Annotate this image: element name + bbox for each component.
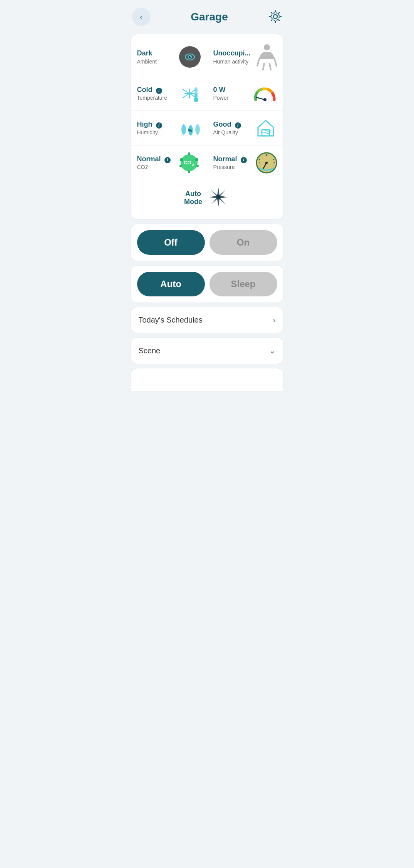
svg-line-7 xyxy=(257,58,260,66)
temp-icon-wrap xyxy=(178,82,201,105)
pressure-icon-wrap xyxy=(256,152,277,174)
back-button[interactable]: ‹ xyxy=(132,8,151,26)
humidity-icon-wrap: % xyxy=(178,117,201,140)
humidity-label: High i xyxy=(137,120,162,129)
sensor-power[interactable]: 0 W Power xyxy=(207,76,283,111)
page-title: Garage xyxy=(191,11,228,23)
pressure-info-icon[interactable]: i xyxy=(241,157,247,163)
svg-point-31 xyxy=(180,158,183,161)
sensor-human[interactable]: Unoccupi... Human activity xyxy=(207,38,283,76)
svg-point-5 xyxy=(190,56,191,57)
svg-point-18 xyxy=(189,97,190,99)
co2-info-icon[interactable]: i xyxy=(164,157,171,163)
ambient-icon-wrap xyxy=(179,46,201,68)
svg-line-8 xyxy=(274,58,277,66)
header: ‹ Garage xyxy=(124,0,290,30)
auto-mode-icon-wrap xyxy=(207,186,230,210)
svg-text:2: 2 xyxy=(192,163,194,167)
auto-mode-label: Auto xyxy=(184,190,202,198)
power-off-button[interactable]: Off xyxy=(137,230,205,255)
sensor-ambient[interactable]: Dark Ambient xyxy=(131,38,207,76)
air-quality-icon xyxy=(254,117,277,140)
scene-card[interactable]: Scene ⌄ xyxy=(131,337,284,364)
sensor-co2[interactable]: Normal i CO2 CO 2 xyxy=(131,146,207,180)
svg-point-32 xyxy=(195,158,198,161)
svg-point-17 xyxy=(189,89,190,90)
svg-point-15 xyxy=(184,93,186,94)
pressure-sub: Pressure xyxy=(213,164,247,170)
scene-label: Scene xyxy=(139,346,161,355)
power-on-button[interactable]: On xyxy=(210,230,277,255)
auto-mode-button[interactable]: Auto xyxy=(137,272,205,296)
schedules-card[interactable]: Today's Schedules › xyxy=(131,307,284,333)
auto-mode-icon xyxy=(207,186,230,209)
power-label: 0 W xyxy=(213,86,229,94)
mode-toggle-card: Auto Sleep xyxy=(131,265,284,303)
humidity-sub: Humidity xyxy=(137,129,162,135)
bottom-partial-card xyxy=(131,368,284,391)
sensor-pressure[interactable]: Normal i Pressure xyxy=(207,146,283,180)
schedules-arrow-icon: › xyxy=(273,316,276,324)
svg-point-16 xyxy=(193,93,194,94)
power-sub: Power xyxy=(213,95,229,101)
svg-point-6 xyxy=(264,44,270,50)
human-icon-wrap xyxy=(256,43,277,70)
svg-point-21 xyxy=(183,97,184,98)
ambient-label: Dark xyxy=(137,49,157,58)
power-toggle-card: Off On xyxy=(131,224,284,261)
sleep-mode-button[interactable]: Sleep xyxy=(210,272,277,296)
humidity-icon: % xyxy=(178,117,201,140)
temp-label: Cold i xyxy=(137,86,168,94)
sensor-card: Dark Ambient Unoccupi... Human activity xyxy=(131,34,284,220)
svg-rect-25 xyxy=(195,94,197,100)
human-sub: Human activity xyxy=(213,59,251,65)
power-gauge-icon xyxy=(253,86,277,101)
co2-sub: CO2 xyxy=(137,164,171,170)
sensor-humidity[interactable]: High i Humidity % xyxy=(131,111,207,146)
scene-chevron-icon: ⌄ xyxy=(269,346,276,355)
human-label: Unoccupi... xyxy=(213,49,251,58)
co2-label: Normal i xyxy=(137,155,171,164)
schedules-label: Today's Schedules xyxy=(139,316,203,324)
svg-point-19 xyxy=(183,89,184,90)
power-icon-wrap xyxy=(253,86,277,101)
svg-point-1 xyxy=(272,13,279,20)
svg-point-47 xyxy=(265,162,268,164)
svg-line-9 xyxy=(263,64,264,70)
human-icon xyxy=(256,43,277,70)
pressure-label: Normal i xyxy=(213,155,247,164)
air-icon-wrap xyxy=(254,117,277,140)
air-info-icon[interactable]: i xyxy=(235,122,241,129)
svg-line-10 xyxy=(270,64,271,70)
sensor-air-quality[interactable]: Good i Air Quality xyxy=(207,111,283,146)
sensor-grid: Dark Ambient Unoccupi... Human activity xyxy=(131,38,283,180)
ambient-sub: Ambient xyxy=(137,59,157,65)
svg-text:%: % xyxy=(188,128,192,133)
air-sub: Air Quality xyxy=(213,129,241,135)
svg-point-33 xyxy=(179,165,182,167)
humidity-info-icon[interactable]: i xyxy=(156,122,162,129)
gear-icon xyxy=(268,10,282,23)
svg-point-34 xyxy=(196,165,199,167)
svg-point-27 xyxy=(263,98,267,101)
svg-point-36 xyxy=(188,171,190,173)
co2-icon: CO 2 xyxy=(178,151,201,174)
auto-mode-row: Auto Mode xyxy=(131,180,283,216)
svg-point-0 xyxy=(273,15,277,18)
auto-mode-label2: Mode xyxy=(184,198,202,206)
settings-button[interactable] xyxy=(268,10,282,25)
svg-point-35 xyxy=(188,152,190,155)
svg-text:CO: CO xyxy=(184,160,191,166)
svg-point-49 xyxy=(216,195,221,199)
temp-sub: Temperature xyxy=(137,95,168,101)
pressure-icon xyxy=(256,152,277,174)
back-icon: ‹ xyxy=(140,13,142,22)
snowflake-thermometer-icon xyxy=(178,82,201,105)
sensor-temperature[interactable]: Cold i Temperature xyxy=(131,76,207,111)
air-label: Good i xyxy=(213,120,241,129)
eye-icon xyxy=(179,46,201,68)
co2-icon-wrap: CO 2 xyxy=(178,151,201,174)
temp-info-icon[interactable]: i xyxy=(156,88,162,94)
